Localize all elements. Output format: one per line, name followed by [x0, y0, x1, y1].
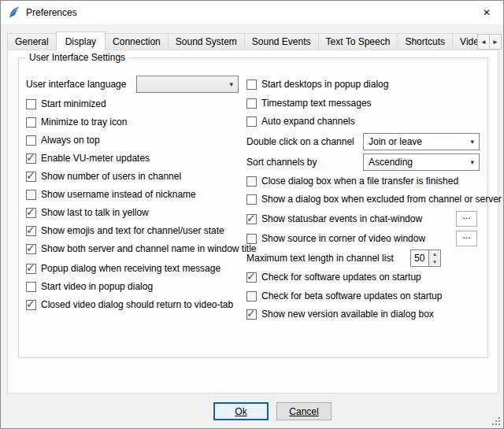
- checkbox-box: [26, 135, 36, 146]
- checkbox-start-minimized[interactable]: Start minimized: [26, 98, 106, 110]
- ok-button[interactable]: Ok: [213, 402, 269, 420]
- language-combobox[interactable]: ▾: [136, 76, 239, 93]
- checkbox-box: [246, 176, 257, 187]
- spinbox-arrows: ▲ ▼: [429, 250, 441, 267]
- checkbox-box: [246, 116, 257, 127]
- checkbox-video-popup[interactable]: Start video in popup dialog: [26, 280, 153, 293]
- sort-channels-label: Sort channels by: [246, 156, 317, 168]
- chevron-down-icon: ▾: [229, 80, 233, 88]
- tab-sound-events[interactable]: Sound Events: [244, 33, 319, 50]
- spin-down-icon[interactable]: ▼: [429, 258, 440, 266]
- checkbox-server-channel-title[interactable]: Show both server and channel name in win…: [26, 242, 257, 255]
- chevron-down-icon: ▾: [470, 138, 474, 146]
- checkbox-box: [246, 291, 257, 301]
- checkbox-closed-video-return[interactable]: Closed video dialog should return to vid…: [26, 298, 233, 311]
- sort-channels-combobox[interactable]: Ascending ▾: [363, 153, 480, 171]
- chevron-down-icon: ▾: [470, 158, 474, 166]
- checkbox-box: [246, 309, 257, 320]
- cancel-button[interactable]: Cancel: [276, 402, 332, 420]
- checkbox-box: [26, 190, 36, 200]
- checkbox-box: [26, 117, 36, 128]
- checkbox-box: [26, 282, 36, 292]
- tab-shortcuts[interactable]: Shortcuts: [397, 33, 453, 50]
- tab-scroll-right-icon[interactable]: ►: [489, 34, 502, 50]
- checkbox-box: [246, 194, 257, 205]
- video-source-more-button[interactable]: ...: [456, 231, 477, 246]
- checkbox-box: [26, 208, 36, 218]
- tab-strip: General Display Connection Sound System …: [7, 31, 478, 50]
- checkbox-box: [246, 272, 257, 283]
- max-text-length-spinbox[interactable]: 50 ▲ ▼: [410, 250, 441, 267]
- checkbox-box: [26, 300, 36, 310]
- checkbox-box: [26, 244, 36, 254]
- checkbox-popup-text-message[interactable]: Popup dialog when receiving text message: [26, 262, 220, 275]
- max-text-length-label: Maximum text length in channel list: [246, 252, 394, 264]
- checkbox-box: [26, 153, 36, 164]
- double-click-combobox[interactable]: Join or leave ▾: [363, 133, 480, 150]
- checkbox-close-on-transfer[interactable]: Close dialog box when a file transfer is…: [246, 175, 458, 187]
- spinbox-value[interactable]: 50: [410, 250, 429, 267]
- tab-scroll-left-icon[interactable]: ◄: [477, 34, 490, 50]
- checkbox-auto-expand-channels[interactable]: Auto expand channels: [246, 115, 355, 128]
- checkbox-box: [26, 226, 36, 236]
- checkbox-check-updates[interactable]: Check for software updates on startup: [246, 271, 421, 283]
- tab-display[interactable]: Display: [56, 31, 106, 50]
- checkbox-show-user-count[interactable]: Show number of users in channel: [26, 170, 181, 183]
- double-click-label: Double click on a channel: [246, 135, 354, 148]
- resize-grip[interactable]: [491, 416, 502, 427]
- checkbox-video-source-corner[interactable]: Show source in corner of video window: [246, 232, 425, 245]
- checkbox-desktops-popup[interactable]: Start desktops in popup dialog: [246, 78, 388, 91]
- title-bar[interactable]: Preferences ✕: [1, 1, 503, 24]
- checkbox-timestamp-messages[interactable]: Timestamp text messages: [246, 97, 372, 109]
- group-title: User Interface Settings: [26, 52, 128, 63]
- tab-connection[interactable]: Connection: [105, 33, 169, 50]
- tab-sound-system[interactable]: Sound System: [168, 33, 245, 50]
- tab-text-to-speech[interactable]: Text To Speech: [318, 33, 398, 50]
- checkbox-box: [246, 234, 257, 244]
- window-title: Preferences: [26, 7, 77, 18]
- spin-up-icon[interactable]: ▲: [429, 250, 440, 258]
- tab-scroll-buttons: ◄ ►: [478, 34, 502, 50]
- checkbox-box: [246, 214, 257, 224]
- checkbox-box: [26, 172, 36, 182]
- checkbox-username-instead-nickname[interactable]: Show username instead of nickname: [26, 188, 196, 201]
- checkbox-check-beta-updates[interactable]: Check for beta software updates on start…: [246, 290, 442, 302]
- tab-video[interactable]: Video: [452, 33, 478, 50]
- close-icon[interactable]: ✕: [470, 1, 503, 24]
- checkbox-new-version-dialog[interactable]: Show new version available in dialog box: [246, 308, 434, 320]
- checkbox-vu-meter[interactable]: Enable VU-meter updates: [26, 152, 150, 165]
- checkbox-excluded-dialog[interactable]: Show a dialog box when excluded from cha…: [246, 193, 502, 205]
- language-label: User interface language: [26, 78, 126, 91]
- checkbox-box: [246, 98, 257, 109]
- tab-general[interactable]: General: [7, 33, 57, 50]
- checkbox-last-talk-yellow[interactable]: Show last to talk in yellow: [26, 206, 149, 219]
- checkbox-box: [26, 264, 36, 274]
- checkbox-minimize-to-tray[interactable]: Minimize to tray icon: [26, 116, 127, 128]
- checkbox-box: [246, 80, 257, 90]
- checkbox-statusbar-events[interactable]: Show statusbar events in chat-window: [246, 213, 422, 225]
- checkbox-emojis-text-state[interactable]: Show emojis and text for channel/user st…: [26, 224, 224, 237]
- checkbox-always-on-top[interactable]: Always on top: [26, 134, 100, 146]
- statusbar-events-more-button[interactable]: ...: [456, 211, 477, 227]
- checkbox-box: [26, 99, 36, 109]
- preferences-window: { "window": { "title": "Preferences" }, …: [0, 0, 504, 429]
- app-feather-icon: [8, 6, 20, 19]
